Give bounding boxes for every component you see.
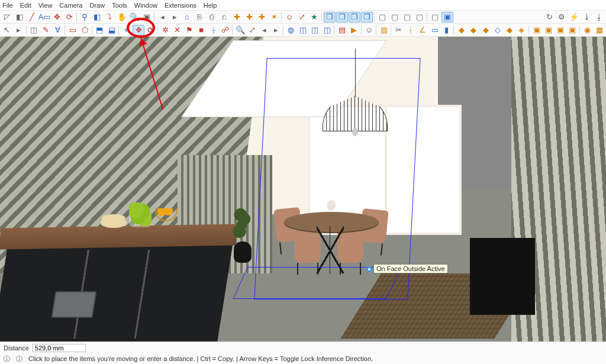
- cube-out-icon[interactable]: ❒: [336, 12, 348, 22]
- split-icon[interactable]: ✕: [172, 25, 183, 36]
- menu-view[interactable]: View: [38, 2, 53, 9]
- text-icon[interactable]: A▭: [38, 12, 50, 22]
- node1-icon[interactable]: ✚: [231, 12, 243, 22]
- viewport-3d[interactable]: On Face Outside Active: [0, 37, 606, 342]
- layer3-icon[interactable]: ◫: [321, 25, 333, 36]
- walk-icon[interactable]: ☍: [220, 25, 231, 36]
- push-icon[interactable]: ⬒: [94, 25, 105, 36]
- menu-extensions[interactable]: Extensions: [165, 2, 196, 9]
- layer1-icon[interactable]: ◫: [298, 25, 309, 36]
- node4-icon[interactable]: ✶: [268, 12, 280, 22]
- zoomwin-icon[interactable]: ▣: [141, 12, 153, 22]
- menu-file[interactable]: File: [2, 2, 13, 9]
- scale-icon[interactable]: ⤢: [296, 12, 308, 22]
- wall-icon[interactable]: ▮: [441, 25, 452, 36]
- menu-draw[interactable]: Draw: [89, 2, 105, 9]
- box2-icon[interactable]: ▢: [389, 12, 401, 22]
- animate-icon[interactable]: ▶: [349, 25, 360, 36]
- orbit-icon[interactable]: ⤵: [104, 12, 115, 22]
- cube-rot-icon[interactable]: ❒: [361, 12, 373, 22]
- help-icon[interactable]: ⓘ: [4, 355, 10, 363]
- render-icon[interactable]: ◉: [582, 25, 593, 36]
- knife-icon[interactable]: ✂: [393, 25, 404, 36]
- prev2-icon[interactable]: ◂: [259, 25, 270, 36]
- menu-camera[interactable]: Camera: [59, 2, 82, 9]
- follow-icon[interactable]: ⬓: [106, 25, 117, 36]
- mat6-icon[interactable]: ◈: [516, 25, 527, 36]
- node2-icon[interactable]: ✚: [243, 12, 255, 22]
- axis-icon[interactable]: ✲: [160, 25, 171, 36]
- box4-icon[interactable]: ▢: [414, 12, 426, 22]
- person-icon[interactable]: ☺: [283, 12, 295, 22]
- zoom-icon[interactable]: 🔍: [128, 12, 140, 22]
- menu-window[interactable]: Window: [134, 2, 157, 9]
- find-icon[interactable]: ⚲: [79, 12, 91, 22]
- sync-icon[interactable]: ↻: [543, 12, 555, 22]
- mat4-icon[interactable]: ◇: [492, 25, 503, 36]
- comp1-icon[interactable]: ▣: [531, 25, 542, 36]
- mat3-icon[interactable]: ◆: [480, 25, 491, 36]
- tray-icon[interactable]: ▥: [378, 25, 389, 36]
- rotate2-icon[interactable]: ⟳: [145, 25, 156, 36]
- line-icon[interactable]: ╱: [26, 12, 38, 22]
- box5-icon[interactable]: ▢: [429, 12, 441, 22]
- next2-icon[interactable]: ▸: [270, 25, 282, 36]
- menu-edit[interactable]: Edit: [20, 2, 31, 9]
- scene-icon[interactable]: ▤: [336, 25, 347, 36]
- mat2-icon[interactable]: ◆: [468, 25, 479, 36]
- flag-icon[interactable]: ⚑: [183, 25, 195, 36]
- arc-icon[interactable]: Ɐ: [52, 25, 63, 36]
- zoomext-icon[interactable]: ⤢: [247, 25, 258, 36]
- cursor-icon[interactable]: ↖: [1, 25, 12, 36]
- layer2-icon[interactable]: ◫: [310, 25, 321, 36]
- menu-tools[interactable]: Tools: [112, 2, 127, 9]
- paste-icon[interactable]: ⎙: [206, 12, 218, 22]
- comp2-icon[interactable]: ▣: [543, 25, 554, 36]
- cube-wire-icon[interactable]: ❒: [349, 12, 360, 22]
- comp4-icon[interactable]: ▣: [567, 25, 578, 36]
- gear-icon[interactable]: ⚙: [556, 12, 568, 22]
- measure-icon[interactable]: ▭: [429, 25, 440, 36]
- menu-help[interactable]: Help: [204, 2, 217, 9]
- color-icon[interactable]: ◧: [91, 12, 103, 22]
- anchor-icon[interactable]: ⌖: [121, 25, 132, 36]
- next-icon[interactable]: ▸: [169, 12, 180, 22]
- select-icon[interactable]: ◸: [1, 12, 13, 22]
- angle-icon[interactable]: ∠: [417, 25, 428, 36]
- user-icon[interactable]: ☺: [363, 25, 375, 36]
- erase-icon[interactable]: ◧: [14, 12, 25, 22]
- box1-icon[interactable]: ▢: [376, 12, 388, 22]
- vase: [234, 241, 252, 263]
- pan-icon[interactable]: ✋: [116, 12, 128, 22]
- ruler-icon[interactable]: ⟊: [405, 25, 416, 36]
- section-icon[interactable]: ■: [196, 25, 207, 36]
- plug-icon[interactable]: ⚡: [568, 12, 580, 22]
- rotate-icon[interactable]: ⟳: [63, 12, 75, 22]
- mat5-icon[interactable]: ◆: [504, 25, 515, 36]
- cube-solid-icon[interactable]: ❒: [324, 12, 336, 22]
- mirror-icon[interactable]: ★: [308, 12, 320, 22]
- mat1-icon[interactable]: ◆: [456, 25, 467, 36]
- tape-icon[interactable]: ⟊: [208, 25, 219, 36]
- pencil-icon[interactable]: ✎: [40, 25, 51, 36]
- eraser-icon[interactable]: ◫: [28, 25, 39, 36]
- info-icon[interactable]: ⓘ: [16, 355, 22, 363]
- zoom2-icon[interactable]: 🔍: [234, 25, 246, 36]
- poly-icon[interactable]: ⬠: [79, 25, 90, 36]
- paint-icon[interactable]: ▦: [594, 25, 605, 36]
- export-icon[interactable]: ⤓: [581, 12, 592, 22]
- rect-icon[interactable]: ▭: [67, 25, 78, 36]
- home-icon[interactable]: ⌂: [181, 12, 193, 22]
- box6-icon[interactable]: ▣: [441, 12, 453, 22]
- prev-icon[interactable]: ◂: [156, 12, 168, 22]
- clipboard-icon[interactable]: ⎘: [194, 12, 205, 22]
- comp3-icon[interactable]: ▣: [555, 25, 566, 36]
- share-icon[interactable]: ⭳: [593, 12, 605, 22]
- distance-input[interactable]: [33, 344, 86, 352]
- copy-icon[interactable]: ⎌: [218, 12, 230, 22]
- globe-icon[interactable]: ◍: [285, 25, 296, 36]
- pick-icon[interactable]: ▸: [13, 25, 24, 36]
- node3-icon[interactable]: ✚: [256, 12, 267, 22]
- box3-icon[interactable]: ▢: [401, 12, 413, 22]
- move-icon[interactable]: ✥: [51, 12, 63, 22]
